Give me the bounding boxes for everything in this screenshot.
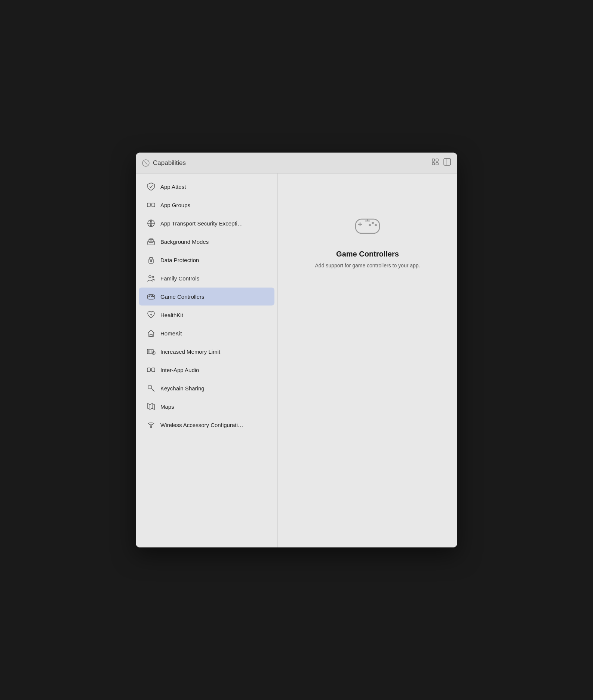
stop-icon[interactable] bbox=[142, 159, 150, 167]
titlebar-right bbox=[431, 158, 451, 168]
feature-description: Add support for game controllers to your… bbox=[315, 262, 420, 270]
homekit-icon bbox=[146, 328, 156, 338]
svg-rect-32 bbox=[150, 334, 152, 337]
sidebar-item-data-protection[interactable]: Data Protection bbox=[139, 251, 274, 269]
svg-rect-2 bbox=[432, 159, 434, 161]
sidebar: App Attest App Groups bbox=[136, 174, 278, 547]
sidebar-item-app-groups[interactable]: App Groups bbox=[139, 196, 274, 214]
svg-rect-41 bbox=[152, 368, 155, 372]
svg-rect-14 bbox=[149, 239, 153, 242]
sidebar-item-keychain-sharing[interactable]: Keychain Sharing bbox=[139, 379, 274, 397]
healthkit-icon bbox=[146, 310, 156, 320]
svg-point-25 bbox=[152, 295, 153, 296]
sidebar-item-app-attest[interactable]: App Attest bbox=[139, 178, 274, 196]
sidebar-item-label-keychain-sharing: Keychain Sharing bbox=[160, 385, 205, 392]
sidebar-item-label-data-protection: Data Protection bbox=[160, 257, 199, 263]
increased-memory-icon bbox=[146, 347, 156, 356]
data-protection-icon bbox=[146, 255, 156, 265]
svg-point-26 bbox=[153, 296, 154, 297]
svg-point-18 bbox=[149, 276, 151, 278]
sidebar-item-label-healthkit: HealthKit bbox=[160, 312, 183, 318]
svg-point-17 bbox=[151, 261, 152, 262]
sidebar-item-family-controls[interactable]: Family Controls bbox=[139, 269, 274, 287]
svg-rect-8 bbox=[147, 203, 150, 207]
svg-rect-5 bbox=[436, 163, 438, 165]
grid-icon[interactable] bbox=[431, 158, 439, 168]
sidebar-item-label-maps: Maps bbox=[160, 403, 174, 410]
content-area: App Attest App Groups bbox=[136, 174, 457, 547]
inter-app-audio-icon bbox=[146, 365, 156, 375]
maps-icon bbox=[146, 402, 156, 411]
app-attest-icon bbox=[146, 182, 156, 191]
svg-line-43 bbox=[151, 389, 154, 392]
sidebar-item-inter-app-audio[interactable]: Inter-App Audio bbox=[139, 361, 274, 379]
sidebar-item-label-app-attest: App Attest bbox=[160, 184, 186, 190]
sidebar-item-label-game-controllers: Game Controllers bbox=[160, 294, 205, 300]
svg-rect-6 bbox=[444, 159, 451, 165]
sidebar-item-app-transport[interactable]: App Transport Security Excepti… bbox=[139, 214, 274, 232]
svg-point-19 bbox=[152, 276, 154, 278]
sidebar-item-label-background-modes: Background Modes bbox=[160, 239, 209, 245]
sidebar-item-label-increased-memory: Increased Memory Limit bbox=[160, 349, 220, 355]
svg-point-53 bbox=[372, 222, 374, 224]
sidebar-item-background-modes[interactable]: Background Modes bbox=[139, 233, 274, 251]
sidebar-item-homekit[interactable]: HomeKit bbox=[139, 324, 274, 342]
sidebar-item-label-app-transport: App Transport Security Excepti… bbox=[160, 220, 243, 227]
svg-rect-9 bbox=[152, 203, 155, 207]
svg-point-42 bbox=[148, 385, 152, 389]
svg-point-54 bbox=[375, 224, 377, 226]
sidebar-item-label-inter-app-audio: Inter-App Audio bbox=[160, 367, 199, 373]
svg-rect-3 bbox=[436, 159, 438, 161]
game-controllers-icon bbox=[146, 292, 156, 301]
sidebar-item-maps[interactable]: Maps bbox=[139, 397, 274, 415]
sidebar-item-label-homekit: HomeKit bbox=[160, 330, 182, 337]
sidebar-item-label-family-controls: Family Controls bbox=[160, 275, 199, 282]
keychain-sharing-icon bbox=[146, 383, 156, 393]
main-panel: Game Controllers Add support for game co… bbox=[278, 174, 457, 547]
sidebar-item-game-controllers[interactable]: Game Controllers bbox=[139, 288, 274, 306]
capabilities-window: Capabilities bbox=[136, 153, 457, 547]
svg-rect-40 bbox=[147, 368, 150, 372]
background-modes-icon bbox=[146, 237, 156, 246]
svg-point-55 bbox=[369, 224, 371, 226]
svg-point-27 bbox=[151, 296, 152, 297]
titlebar-left: Capabilities bbox=[142, 159, 186, 167]
svg-rect-4 bbox=[432, 163, 434, 165]
window-title: Capabilities bbox=[153, 159, 186, 167]
sidebar-item-label-wireless-accessory: Wireless Accessory Configurati… bbox=[160, 422, 243, 428]
wireless-accessory-icon bbox=[146, 420, 156, 430]
feature-title: Game Controllers bbox=[336, 250, 399, 258]
svg-line-1 bbox=[144, 162, 147, 165]
sidebar-toggle-icon[interactable] bbox=[443, 158, 451, 168]
sidebar-item-healthkit[interactable]: HealthKit bbox=[139, 306, 274, 324]
sidebar-item-label-app-groups: App Groups bbox=[160, 202, 190, 208]
app-transport-icon bbox=[146, 218, 156, 228]
feature-large-icon bbox=[353, 211, 382, 241]
app-groups-icon bbox=[146, 200, 156, 210]
sidebar-item-wireless-accessory[interactable]: Wireless Accessory Configurati… bbox=[139, 416, 274, 434]
sidebar-item-increased-memory[interactable]: Increased Memory Limit bbox=[139, 343, 274, 360]
svg-point-47 bbox=[151, 427, 152, 428]
family-controls-icon bbox=[146, 273, 156, 283]
titlebar: Capabilities bbox=[136, 153, 457, 174]
